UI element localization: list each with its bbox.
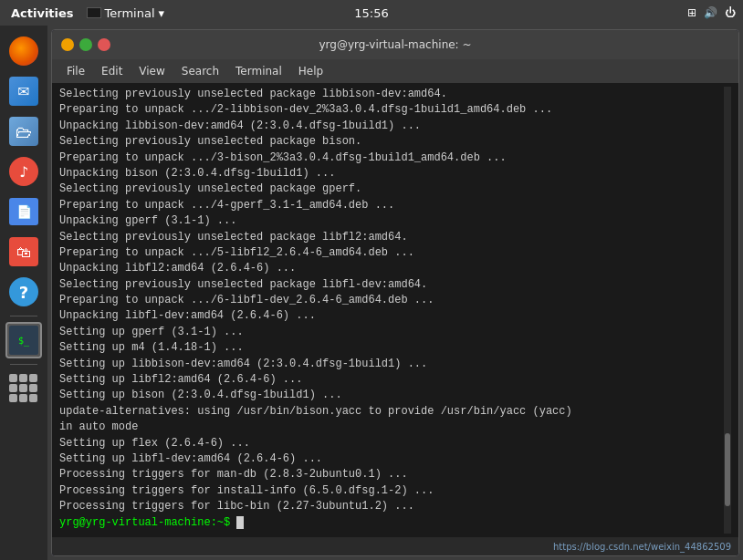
software-icon: 🛍 [9, 237, 38, 266]
close-button[interactable] [98, 38, 110, 51]
mail-icon: ✉ [9, 77, 38, 106]
network-icon[interactable]: ⊞ [687, 6, 696, 19]
music-symbol: ♪ [19, 163, 28, 181]
docs-symbol: 📄 [16, 204, 32, 219]
dock-item-apps[interactable] [5, 370, 42, 407]
dock-item-files[interactable]: 🗁 [5, 113, 42, 150]
terminal-menubar: File Edit View Search Terminal Help [52, 59, 738, 83]
terminal-statusbar: https://blog.csdn.net/weixin_44862509 [52, 537, 738, 555]
menu-search[interactable]: Search [174, 63, 226, 79]
menu-edit[interactable]: Edit [94, 63, 130, 79]
statusbar-url: https://blog.csdn.net/weixin_44862509 [553, 542, 731, 552]
terminal-titlebar: yrg@yrg-virtual-machine: ~ [52, 30, 738, 59]
menu-terminal[interactable]: Terminal [228, 63, 289, 79]
topbar-clock: 15:56 [354, 6, 388, 20]
desktop: Activities Terminal ▾ 15:56 ⊞ 🔊 ⏻ ✉ 🗁 [0, 0, 743, 560]
menu-help[interactable]: Help [291, 63, 330, 79]
files-icon: 🗁 [9, 117, 38, 146]
terminal-output: Selecting previously unselected package … [59, 87, 724, 534]
menu-file[interactable]: File [59, 63, 92, 79]
topbar-app-name: Terminal [105, 6, 155, 20]
terminal-app-icon [87, 7, 101, 18]
maximize-button[interactable] [79, 38, 92, 51]
apps-grid-icon [9, 374, 38, 403]
activities-button[interactable]: Activities [7, 6, 78, 20]
dock: ✉ 🗁 ♪ 📄 🛍 ? $_ [0, 26, 47, 560]
dock-divider [10, 316, 37, 316]
dock-item-mail[interactable]: ✉ [5, 73, 42, 109]
minimize-button[interactable] [61, 38, 74, 51]
window-controls [61, 38, 110, 51]
scrollbar[interactable] [724, 87, 731, 534]
topbar-app[interactable]: Terminal ▾ [87, 6, 164, 20]
window-title: yrg@yrg-virtual-machine: ~ [319, 38, 471, 51]
software-symbol: 🛍 [16, 244, 31, 261]
volume-icon[interactable]: 🔊 [704, 6, 717, 19]
topbar-left: Activities Terminal ▾ [7, 6, 164, 20]
dock-item-music[interactable]: ♪ [5, 153, 42, 190]
terminal-window: yrg@yrg-virtual-machine: ~ File Edit Vie… [51, 29, 739, 556]
music-icon: ♪ [9, 157, 38, 186]
dock-divider-2 [10, 364, 37, 365]
dock-item-software[interactable]: 🛍 [5, 233, 42, 270]
mail-symbol: ✉ [17, 83, 29, 100]
topbar: Activities Terminal ▾ 15:56 ⊞ 🔊 ⏻ [0, 0, 743, 26]
dock-item-terminal[interactable]: $_ [5, 322, 42, 358]
menu-view[interactable]: View [131, 63, 172, 79]
scrollbar-thumb[interactable] [725, 433, 730, 506]
firefox-icon [9, 36, 38, 66]
topbar-app-arrow: ▾ [159, 6, 165, 20]
docs-icon: 📄 [9, 198, 38, 225]
dock-item-firefox[interactable] [5, 33, 42, 69]
terminal-symbol: $_ [18, 336, 29, 346]
dock-item-docs[interactable]: 📄 [5, 193, 42, 230]
files-symbol: 🗁 [16, 122, 32, 141]
power-icon[interactable]: ⏻ [725, 6, 736, 19]
terminal-content[interactable]: Selecting previously unselected package … [52, 83, 738, 537]
help-icon: ? [9, 277, 38, 306]
dock-item-help[interactable]: ? [5, 274, 42, 310]
topbar-right: ⊞ 🔊 ⏻ [687, 6, 736, 19]
terminal-icon: $_ [7, 324, 40, 357]
